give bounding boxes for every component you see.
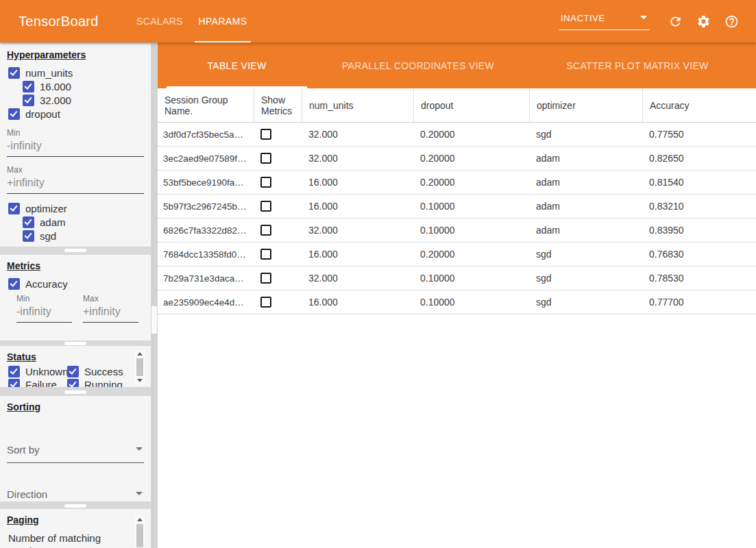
show-metrics-checkbox[interactable]	[260, 177, 271, 188]
dropout-checkbox[interactable]	[8, 108, 20, 120]
num-units-checkbox[interactable]	[8, 67, 20, 79]
scroll-up-icon[interactable]	[137, 518, 143, 521]
show-metrics-checkbox[interactable]	[260, 249, 271, 260]
metrics-title: Metrics	[7, 260, 151, 271]
sorting-title: Sorting	[7, 401, 151, 412]
metrics-panel: Metrics Accuracy Min Max	[0, 255, 151, 340]
dropout-filter[interactable]: dropout	[8, 108, 151, 120]
scroll-up-icon[interactable]	[137, 352, 143, 356]
help-icon	[724, 14, 739, 29]
scrollbar-thumb[interactable]	[136, 358, 143, 376]
top-nav-tabs: SCALARS HPARAMS	[127, 0, 254, 42]
chevron-down-icon	[136, 492, 143, 495]
nav-tab-scalars[interactable]: SCALARS	[127, 0, 192, 42]
paging-scrollbar[interactable]	[135, 516, 145, 547]
tab-scatter-plot-matrix-view[interactable]: SCATTER PLOT MATRIX VIEW	[562, 42, 713, 88]
cell-num-units: 32.000	[302, 129, 413, 140]
table-row: 3df0d7cf35bec5a… 32.000 0.20000 sgd 0.77…	[158, 123, 756, 147]
num-units-value-32-filter[interactable]: 32.000	[23, 94, 151, 106]
optimizer-adam-filter[interactable]: adam	[23, 216, 151, 228]
tab-parallel-coordinates-view[interactable]: PARALLEL COORDINATES VIEW	[339, 42, 497, 88]
optimizer-adam-label: adam	[40, 216, 66, 228]
sort-by-select[interactable]: Sort by	[7, 441, 144, 463]
status-running-filter[interactable]: Running	[67, 378, 138, 387]
dropout-max-input[interactable]	[7, 175, 144, 194]
status-unknown-checkbox[interactable]	[8, 366, 20, 377]
table-row: 3ec2aed9e07589f… 32.000 0.20000 adam 0.8…	[158, 147, 756, 171]
pane-resize-handle[interactable]	[64, 504, 86, 508]
cell-optimizer: adam	[529, 201, 642, 212]
show-metrics-checkbox[interactable]	[260, 201, 271, 212]
scroll-down-icon[interactable]	[137, 379, 143, 382]
pane-resize-handle[interactable]	[64, 249, 86, 252]
sidebar-scrollbar[interactable]	[151, 44, 158, 548]
cell-accuracy: 0.83210	[642, 201, 756, 212]
optimizer-adam-checkbox[interactable]	[23, 216, 34, 228]
show-metrics-checkbox[interactable]	[260, 297, 271, 308]
cell-session-group-name: 53bf5bece9190fa…	[158, 177, 254, 188]
pane-resize-handle[interactable]	[64, 342, 86, 345]
paging-title: Paging	[7, 514, 151, 525]
column-header-show-metrics[interactable]: Show Metrics	[254, 88, 302, 122]
dropout-min-label: Min	[7, 128, 144, 138]
show-metrics-checkbox[interactable]	[260, 129, 271, 140]
num-units-value-16-filter[interactable]: 16.000	[23, 80, 151, 92]
show-metrics-checkbox[interactable]	[260, 225, 271, 236]
scrollbar-thumb[interactable]	[136, 524, 143, 547]
cell-accuracy: 0.77700	[642, 297, 756, 308]
status-mode-select[interactable]: INACTIVE	[559, 13, 650, 30]
cell-session-group-name: 3df0d7cf35bec5a…	[158, 129, 254, 140]
column-header-num-units[interactable]: num_units	[302, 88, 413, 122]
cell-accuracy: 0.83950	[642, 225, 756, 236]
direction-value: Direction	[7, 488, 47, 500]
column-header-optimizer[interactable]: optimizer	[529, 88, 642, 122]
dropout-min-input[interactable]	[7, 138, 144, 157]
status-running-checkbox[interactable]	[67, 379, 79, 388]
optimizer-filter[interactable]: optimizer	[8, 202, 151, 214]
cell-optimizer: adam	[529, 225, 642, 236]
cell-dropout: 0.10000	[413, 273, 529, 284]
table-row: ae235909ec4e4d… 16.000 0.10000 sgd 0.777…	[158, 290, 756, 314]
accuracy-max-input[interactable]	[83, 303, 138, 323]
sorting-panel: Sorting Sort by Direction	[0, 396, 151, 501]
refresh-button[interactable]	[667, 13, 683, 29]
num-units-16-checkbox[interactable]	[23, 81, 34, 92]
status-success-checkbox[interactable]	[67, 366, 79, 377]
help-button[interactable]	[723, 13, 740, 29]
show-metrics-checkbox[interactable]	[260, 273, 271, 284]
cell-accuracy: 0.78530	[642, 273, 756, 284]
column-header-session-group-name[interactable]: Session Group Name.	[158, 88, 254, 122]
accuracy-min-input[interactable]	[16, 303, 72, 323]
num-units-32-checkbox[interactable]	[23, 95, 34, 106]
settings-button[interactable]	[695, 13, 711, 29]
num-units-filter[interactable]: num_units	[8, 66, 151, 79]
status-success-filter[interactable]: Success	[67, 365, 138, 377]
optimizer-sgd-checkbox[interactable]	[23, 230, 34, 242]
cell-num-units: 16.000	[302, 249, 413, 260]
accuracy-filter[interactable]: Accuracy	[8, 277, 151, 290]
cell-num-units: 16.000	[302, 297, 413, 308]
optimizer-checkbox[interactable]	[8, 203, 20, 214]
optimizer-sgd-filter[interactable]: sgd	[23, 229, 151, 242]
status-failure-filter[interactable]: Failure	[8, 378, 67, 387]
pane-resize-handle[interactable]	[64, 390, 86, 394]
hparams-sidebar: Hyperparameters num_units 16.000 32.000 …	[0, 42, 158, 548]
show-metrics-checkbox[interactable]	[260, 153, 271, 164]
column-header-dropout[interactable]: dropout	[413, 88, 529, 122]
status-unknown-filter[interactable]: Unknown	[8, 365, 67, 377]
status-mode-value: INACTIVE	[561, 13, 605, 23]
status-failure-checkbox[interactable]	[8, 379, 20, 388]
accuracy-checkbox[interactable]	[8, 278, 20, 290]
cell-accuracy: 0.82650	[642, 153, 756, 164]
scrollbar-thumb[interactable]	[151, 306, 157, 334]
direction-select[interactable]: Direction	[7, 486, 144, 501]
cell-optimizer: sgd	[529, 273, 642, 284]
tab-table-view[interactable]: TABLE VIEW	[167, 42, 307, 88]
status-scrollbar[interactable]	[135, 350, 145, 384]
cell-accuracy: 0.81540	[642, 177, 756, 188]
nav-tab-hparams[interactable]: HPARAMS	[192, 0, 254, 42]
column-header-accuracy[interactable]: Accuracy	[642, 88, 756, 122]
view-tab-bar: TABLE VIEW PARALLEL COORDINATES VIEW SCA…	[158, 42, 756, 88]
table-header-row: Session Group Name. Show Metrics num_uni…	[158, 88, 756, 123]
num-units-32-label: 32.000	[40, 95, 71, 106]
